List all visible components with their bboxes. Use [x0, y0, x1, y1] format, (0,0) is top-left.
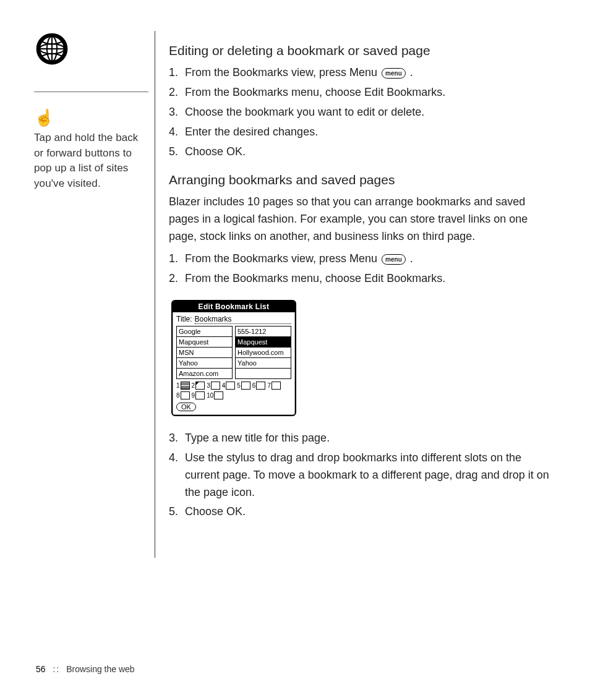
page-icon[interactable]: 5 [237, 382, 250, 390]
bookmark-slot[interactable]: 555-1212 [235, 326, 291, 337]
step-item: 2.From the Bookmarks menu, choose Edit B… [169, 84, 553, 101]
step-number: 1. [169, 250, 185, 268]
section-heading-arranging: Arranging bookmarks and saved pages [169, 173, 553, 187]
page-icon[interactable]: 3 [207, 382, 220, 390]
title-field[interactable]: Bookmarks [195, 315, 291, 324]
bookmark-slot[interactable]: Google [176, 326, 233, 337]
section2-intro: Blazer includes 10 pages so that you can… [169, 194, 553, 245]
step-item: 2.From the Bookmarks menu, choose Edit B… [169, 270, 553, 288]
step-item: 5.Choose OK. [169, 503, 553, 521]
pointing-hand-icon: ☝ [34, 109, 148, 126]
sidebar-divider [34, 92, 148, 92]
menu-key-icon: menu [382, 68, 406, 79]
tip-text: Tap and hold the back or forward buttons… [34, 130, 148, 192]
step-number: 5. [169, 503, 185, 521]
steps-list-2a: 1.From the Bookmarks view, press Menu me… [169, 250, 553, 288]
bookmark-slot[interactable]: Yahoo [235, 357, 291, 369]
globe-icon [34, 31, 148, 69]
step-text: From the Bookmarks view, press Menu menu… [185, 64, 553, 82]
page-icon[interactable]: 7 [267, 382, 281, 390]
chapter-title: Browsing the web [66, 664, 135, 674]
main-content: Editing or deleting a bookmark or saved … [155, 31, 553, 558]
step-text: Enter the desired changes. [185, 124, 553, 141]
step-text: From the Bookmarks menu, choose Edit Boo… [185, 270, 553, 288]
page-icon[interactable]: 2 [192, 382, 205, 390]
step-text: Use the stylus to drag and drop bookmark… [185, 450, 553, 502]
step-number: 5. [169, 143, 185, 161]
bookmark-slot[interactable]: Hollywood.com [235, 347, 291, 358]
section-heading-editing: Editing or deleting a bookmark or saved … [169, 43, 553, 58]
page-icon[interactable]: 1 [176, 382, 190, 390]
dialog-titlebar: Edit Bookmark List [173, 301, 295, 312]
step-item: 1.From the Bookmarks view, press Menu me… [169, 250, 553, 268]
step-text: Type a new title for this page. [185, 430, 553, 447]
bookmark-slot[interactable]: Mapquest [235, 336, 291, 348]
step-number: 4. [169, 450, 185, 502]
bookmark-slot[interactable]: Mapquest [176, 336, 233, 348]
step-item: 3.Choose the bookmark you want to edit o… [169, 104, 553, 121]
page-footer: 56 :: Browsing the web [36, 664, 135, 674]
footer-separator: :: [53, 664, 60, 674]
edit-bookmark-list-dialog: Edit Bookmark List Title: Bookmarks Goog… [171, 300, 296, 416]
bookmark-right-column: 555-1212MapquestHollywood.comYahoo [235, 326, 291, 378]
step-item: 5.Choose OK. [169, 143, 553, 161]
step-item: 1.From the Bookmarks view, press Menu me… [169, 64, 553, 82]
steps-list-1: 1.From the Bookmarks view, press Menu me… [169, 64, 553, 160]
page-icon[interactable]: 4 [222, 382, 236, 390]
step-number: 1. [169, 64, 185, 82]
step-text: From the Bookmarks menu, choose Edit Boo… [185, 84, 553, 101]
step-text: Choose OK. [185, 503, 553, 521]
page-icon[interactable]: 8 [176, 391, 190, 399]
step-text: Choose OK. [185, 143, 553, 161]
step-number: 4. [169, 124, 185, 141]
page-number: 56 [36, 664, 46, 674]
bookmark-left-column: GoogleMapquestMSNYahooAmazon.com [176, 326, 233, 378]
bookmark-slot[interactable]: Amazon.com [176, 368, 233, 379]
bookmark-slot[interactable]: MSN [176, 347, 233, 358]
step-number: 3. [169, 430, 185, 447]
step-item: 3.Type a new title for this page. [169, 430, 553, 447]
title-label: Title: [176, 315, 192, 323]
step-number: 3. [169, 104, 185, 121]
page-icon[interactable]: 10 [207, 391, 223, 399]
step-text: From the Bookmarks view, press Menu menu… [185, 250, 553, 268]
step-item: 4.Enter the desired changes. [169, 124, 553, 141]
step-item: 4.Use the stylus to drag and drop bookma… [169, 450, 553, 502]
steps-list-2b: 3.Type a new title for this page.4.Use t… [169, 430, 553, 521]
page-selector-row: 12345678910 [176, 382, 291, 399]
page-icon[interactable]: 6 [252, 382, 266, 390]
step-number: 2. [169, 270, 185, 288]
step-text: Choose the bookmark you want to edit or … [185, 104, 553, 121]
step-number: 2. [169, 84, 185, 101]
bookmark-slot[interactable] [235, 368, 291, 379]
menu-key-icon: menu [382, 254, 406, 265]
page-icon[interactable]: 9 [192, 391, 205, 399]
bookmark-slot[interactable]: Yahoo [176, 357, 233, 369]
ok-button[interactable]: OK [176, 403, 196, 411]
